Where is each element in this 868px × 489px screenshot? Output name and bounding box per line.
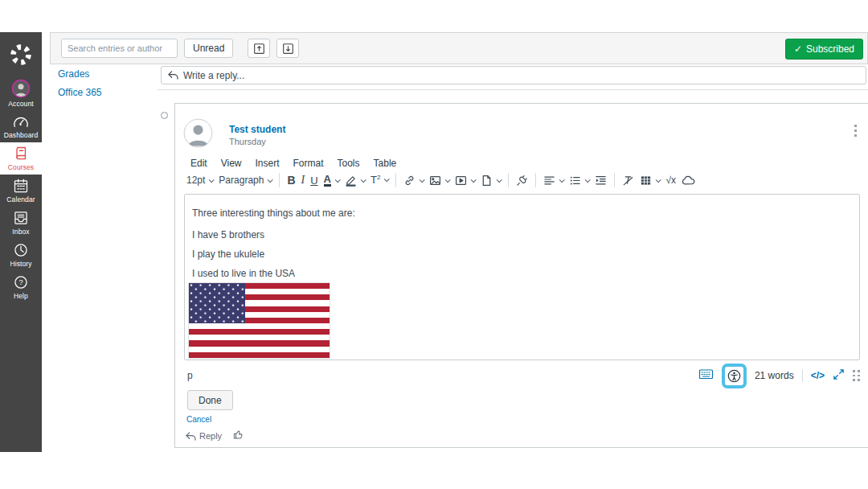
- editor-paragraph: I play the ukulele: [192, 249, 264, 260]
- editor-toolbar: 12pt Paragraph B I U A T2: [186, 173, 858, 187]
- link-icon: [403, 175, 416, 187]
- chevron-down-icon: [585, 177, 591, 183]
- sidebar-item-calendar[interactable]: Calendar: [0, 175, 42, 207]
- us-flag-image[interactable]: [189, 283, 330, 358]
- post-options-kebab-icon[interactable]: [850, 125, 861, 141]
- collapse-replies-button[interactable]: [248, 39, 270, 58]
- arrow-up-box-icon: [253, 43, 265, 55]
- read-state-indicator[interactable]: [161, 112, 168, 119]
- canvas-logo-icon[interactable]: [0, 32, 42, 76]
- chevron-down-icon: [335, 177, 341, 183]
- chevron-down-icon: [656, 177, 661, 183]
- chevron-down-icon: [420, 177, 425, 183]
- sidebar-item-inbox[interactable]: Inbox: [0, 207, 42, 239]
- like-button[interactable]: [233, 429, 244, 443]
- superscript-button[interactable]: T2: [371, 174, 388, 186]
- toolbar-divider: [395, 173, 396, 187]
- text-color-button[interactable]: A: [324, 175, 339, 187]
- done-button[interactable]: Done: [187, 390, 233, 410]
- editor-content-area[interactable]: Three interesting things about me are: I…: [184, 194, 860, 360]
- chevron-down-icon: [209, 177, 215, 183]
- menu-view[interactable]: View: [219, 157, 244, 170]
- underline-button[interactable]: U: [310, 175, 317, 187]
- reply-button[interactable]: Reply: [186, 431, 222, 441]
- menu-insert[interactable]: Insert: [252, 157, 281, 170]
- expand-replies-button[interactable]: [276, 39, 299, 58]
- section-divider: [158, 89, 868, 90]
- history-clock-icon: [13, 242, 29, 258]
- reply-label: Reply: [199, 431, 222, 441]
- element-path[interactable]: p: [187, 370, 193, 381]
- apps-button[interactable]: [516, 175, 528, 187]
- html-editor-button[interactable]: </>: [811, 370, 825, 381]
- chevron-down-icon: [361, 177, 366, 183]
- bold-button[interactable]: B: [287, 174, 295, 187]
- toolbar-divider: [508, 173, 509, 187]
- menu-edit[interactable]: Edit: [188, 157, 210, 170]
- clear-formatting-button[interactable]: [622, 175, 634, 187]
- clear-formatting-icon: [622, 175, 634, 187]
- paragraph-format-select[interactable]: Paragraph: [219, 175, 272, 186]
- account-avatar-icon: [11, 79, 31, 98]
- flag-star-field: [189, 283, 245, 323]
- fullscreen-button[interactable]: [833, 368, 845, 384]
- word-count[interactable]: 21 words: [755, 370, 794, 381]
- write-reply-field[interactable]: Write a reply...: [161, 66, 866, 84]
- font-size-select[interactable]: 12pt: [186, 175, 213, 186]
- calendar-icon: [13, 178, 29, 194]
- course-nav-office365[interactable]: Office 365: [58, 87, 101, 98]
- post-timestamp: Thursday: [229, 137, 266, 146]
- sidebar-label-account: Account: [8, 100, 33, 108]
- resize-handle[interactable]: [853, 370, 860, 381]
- canvas-discussion-page: Account Dashboard Courses Calendar Inbox…: [0, 0, 868, 489]
- courses-book-icon: [13, 146, 29, 162]
- chevron-down-icon: [559, 177, 565, 183]
- inbox-icon: [13, 210, 29, 226]
- image-button[interactable]: [429, 175, 449, 187]
- sidebar-item-courses[interactable]: Courses: [0, 142, 42, 175]
- list-button[interactable]: [569, 175, 589, 187]
- subscribed-button[interactable]: ✓ Subscribed: [785, 39, 863, 60]
- indent-button[interactable]: [595, 175, 607, 187]
- toolbar-divider: [614, 173, 615, 187]
- editor-menubar: Edit View Insert Format Tools Table: [188, 157, 399, 170]
- document-icon: [481, 175, 493, 187]
- link-button[interactable]: [403, 175, 424, 187]
- editor-paragraph: I used to live in the USA: [192, 268, 295, 279]
- keyboard-shortcuts-button[interactable]: [698, 368, 714, 384]
- document-button[interactable]: [481, 175, 501, 187]
- menu-format[interactable]: Format: [291, 157, 326, 170]
- svg-text:?: ?: [18, 278, 23, 286]
- cloud-button[interactable]: [682, 175, 695, 186]
- italic-button[interactable]: I: [301, 174, 305, 187]
- check-icon: ✓: [794, 43, 802, 55]
- highlight-color-button[interactable]: [345, 175, 365, 187]
- sidebar-item-help[interactable]: ? Help: [0, 271, 42, 303]
- align-left-icon: [543, 175, 555, 187]
- toolbar-divider: [279, 173, 280, 187]
- accessibility-checker-button[interactable]: [722, 364, 747, 388]
- media-button[interactable]: [455, 175, 475, 187]
- sidebar-label-calendar: Calendar: [6, 195, 35, 203]
- sidebar-item-history[interactable]: History: [0, 239, 42, 271]
- menu-table[interactable]: Table: [371, 157, 399, 170]
- align-button[interactable]: [543, 175, 563, 187]
- equation-button[interactable]: √x: [665, 175, 676, 186]
- media-icon: [455, 175, 467, 187]
- dashboard-gauge-icon: [12, 113, 30, 129]
- menu-tools[interactable]: Tools: [335, 157, 362, 170]
- course-nav-grades[interactable]: Grades: [58, 68, 89, 80]
- avatar[interactable]: [183, 118, 213, 151]
- cancel-link[interactable]: Cancel: [186, 415, 211, 424]
- sidebar-label-dashboard: Dashboard: [4, 131, 38, 139]
- chevron-down-icon: [384, 177, 390, 183]
- statusbar-divider: [802, 369, 803, 382]
- table-button[interactable]: [640, 175, 660, 187]
- sidebar-item-account[interactable]: Account: [0, 76, 42, 110]
- search-input[interactable]: [61, 39, 178, 58]
- arrow-down-box-icon: [282, 43, 294, 55]
- unread-filter-button[interactable]: Unread: [184, 39, 233, 58]
- sidebar-label-help: Help: [14, 292, 28, 300]
- post-author-link[interactable]: Test student: [229, 124, 285, 135]
- sidebar-item-dashboard[interactable]: Dashboard: [0, 110, 42, 142]
